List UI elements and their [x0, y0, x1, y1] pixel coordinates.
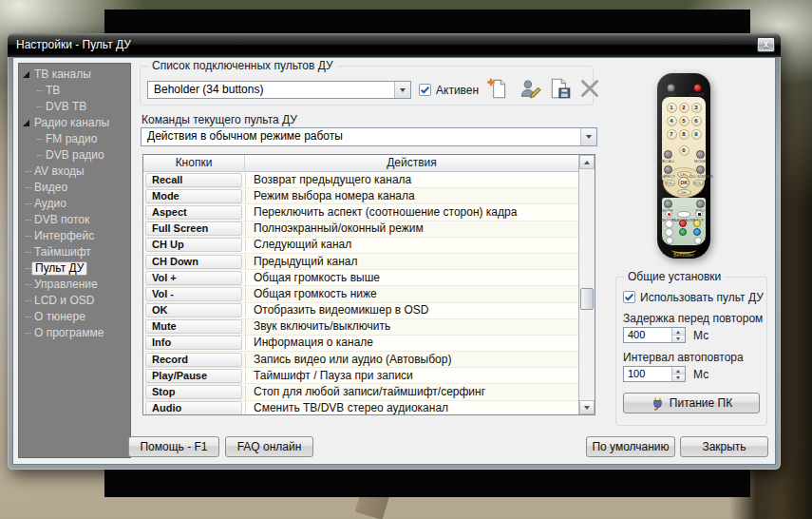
- command-button-name: Full Screen: [145, 221, 242, 236]
- remote-record-button: [665, 210, 672, 218]
- sidebar-item[interactable]: DVB радио: [18, 147, 131, 163]
- sidebar-item[interactable]: LCD и OSD: [18, 293, 131, 308]
- settings-dialog: Настройки - Пульт ДУ x ТВ каналыТВDVB ТВ…: [8, 33, 781, 470]
- delete-remote-button[interactable]: [577, 76, 602, 101]
- sidebar-item[interactable]: Аудио: [18, 196, 131, 211]
- command-action: Предыдущий канал: [245, 255, 578, 269]
- command-button-cell: CH Down: [143, 254, 245, 270]
- column-header-actions[interactable]: Действия: [245, 155, 578, 171]
- tree-expander-icon[interactable]: [23, 120, 29, 126]
- settings-tree: ТВ каналыТВDVB ТВРадио каналыFM радиоDVB…: [18, 63, 131, 458]
- tree-expander-icon[interactable]: [23, 71, 29, 78]
- sidebar-item[interactable]: Пульт ДУ: [18, 260, 131, 276]
- command-row[interactable]: ModeРежим выбора номера канала: [143, 188, 578, 204]
- sidebar-item[interactable]: ТВ: [18, 83, 131, 98]
- command-row[interactable]: StopСтоп для любой записи/таймшифт/серфи…: [143, 384, 578, 400]
- command-mode-select[interactable]: Действия в обычном режиме работы: [141, 127, 597, 146]
- command-row[interactable]: CH DownПредыдущий канал: [143, 254, 578, 270]
- scroll-up-icon[interactable]: [579, 155, 595, 169]
- sidebar-item-label: ТВ: [46, 84, 60, 97]
- command-row[interactable]: OKОтобразить видеомикшер в OSD: [143, 303, 578, 319]
- command-row[interactable]: AudioСменить ТВ/DVB стерео аудиоканал: [143, 401, 578, 414]
- sidebar-item-label: Пульт ДУ: [31, 261, 87, 276]
- command-button-cell: Play/Pause: [143, 368, 245, 384]
- command-button-name: Stop: [145, 385, 242, 399]
- remote-digit-7-button: 7: [667, 129, 677, 140]
- column-header-buttons[interactable]: Кнопки: [143, 155, 245, 171]
- defaults-button[interactable]: По умолчанию: [586, 436, 675, 457]
- repeat-delay-value[interactable]: 400: [624, 328, 671, 342]
- repeat-interval-unit: Мс: [693, 368, 708, 381]
- chevron-down-icon[interactable]: [580, 128, 596, 145]
- command-row[interactable]: InfoИнформация о канале: [143, 336, 578, 352]
- repeat-delay-spinner[interactable]: 400: [623, 327, 686, 343]
- command-button-name: Mode: [145, 189, 242, 203]
- sidebar-item[interactable]: Радио каналы: [18, 115, 131, 130]
- spin-up-icon[interactable]: [672, 367, 685, 375]
- sidebar-item-label: LCD и OSD: [34, 294, 94, 307]
- sidebar-item[interactable]: AV входы: [18, 163, 131, 179]
- scroll-down-icon[interactable]: [579, 400, 595, 414]
- chevron-down-icon[interactable]: [394, 82, 410, 98]
- command-button-cell: Mode: [143, 188, 245, 204]
- save-remote-button[interactable]: [548, 76, 573, 101]
- active-checkbox[interactable]: [419, 84, 431, 96]
- pc-power-button[interactable]: Питание ПК: [623, 393, 760, 413]
- repeat-interval-value[interactable]: 100: [624, 367, 671, 381]
- sidebar-item[interactable]: О тюнере: [18, 309, 131, 324]
- sidebar-item[interactable]: О программе: [18, 325, 131, 340]
- remote-digit-1-button: 1: [667, 103, 677, 113]
- sidebar-item[interactable]: FM радио: [18, 131, 131, 146]
- spin-down-icon[interactable]: [672, 375, 685, 381]
- learn-remote-button[interactable]: [518, 76, 542, 101]
- command-button-name: Vol +: [145, 271, 242, 285]
- sidebar-item-label: ТВ каналы: [34, 67, 91, 81]
- command-button-cell: Info: [143, 335, 245, 351]
- add-remote-button[interactable]: [485, 76, 510, 101]
- use-remote-checkbox[interactable]: [623, 291, 635, 303]
- remote-select[interactable]: Beholder (34 buttons): [147, 81, 411, 99]
- command-row[interactable]: RecordЗапись видео или аудио (Автовыбор): [143, 352, 578, 368]
- dialog-client-area: ТВ каналыТВDVB ТВРадио каналыFM радиоDVB…: [12, 57, 776, 465]
- spin-down-icon[interactable]: [672, 336, 685, 342]
- remote-digit-4-button: 4: [667, 116, 677, 126]
- sidebar-item[interactable]: Интерфейс: [18, 228, 131, 243]
- command-row[interactable]: Vol +Общая громкость выше: [143, 270, 578, 286]
- command-button-cell: Vol +: [143, 270, 245, 286]
- close-button[interactable]: x: [757, 37, 775, 52]
- sidebar-item[interactable]: DVB поток: [18, 212, 131, 227]
- table-header: Кнопки Действия: [143, 155, 578, 172]
- command-button-name: Recall: [145, 173, 242, 187]
- command-row[interactable]: RecallВозврат предыдущего канала: [143, 172, 578, 188]
- sidebar-item-label: FM радио: [46, 132, 97, 145]
- command-button-cell: Mute: [143, 318, 245, 335]
- table-scrollbar[interactable]: [578, 155, 595, 414]
- close-dialog-button[interactable]: Закрыть: [680, 436, 768, 457]
- spin-up-icon[interactable]: [672, 328, 685, 336]
- command-button-cell: Recall: [143, 172, 245, 188]
- command-button-cell: Record: [143, 352, 245, 368]
- remote-button-label: TUNE: [666, 93, 676, 97]
- dialog-titlebar[interactable]: Настройки - Пульт ДУ x: [8, 33, 781, 57]
- command-mode-value: Действия в обычном режиме работы: [142, 128, 580, 145]
- command-row[interactable]: MuteЗвук включить/выключить: [143, 319, 578, 336]
- sidebar-item[interactable]: DVB ТВ: [18, 99, 131, 114]
- command-row[interactable]: Full ScreenПолноэкранный/оконный режим: [143, 221, 578, 238]
- command-row[interactable]: Vol -Общая громкость ниже: [143, 286, 578, 302]
- command-row[interactable]: AspectПереключить аспект (соотношение ст…: [143, 204, 578, 221]
- commands-table-content: Кнопки Действия RecallВозврат предыдущег…: [143, 155, 578, 414]
- sidebar-item[interactable]: ТВ каналы: [18, 67, 131, 82]
- command-row[interactable]: CH UpСледующий канал: [143, 238, 578, 254]
- remote-mute-button: [664, 200, 672, 208]
- command-button-cell: OK: [143, 302, 245, 318]
- repeat-interval-spinner[interactable]: 100: [623, 366, 686, 382]
- sidebar-item[interactable]: Видео: [18, 180, 131, 195]
- command-row[interactable]: Play/PauseТаймшифт / Пауза при записи: [143, 368, 578, 384]
- scrollbar-thumb[interactable]: [580, 288, 594, 310]
- remote-snapshot-button: [694, 237, 702, 244]
- help-button[interactable]: Помощь - F1: [128, 436, 219, 457]
- command-action: Отобразить видеомикшер в OSD: [245, 303, 578, 317]
- sidebar-item[interactable]: Управление: [18, 277, 131, 292]
- faq-button[interactable]: FAQ онлайн: [225, 436, 313, 457]
- sidebar-item[interactable]: Таймшифт: [18, 244, 131, 260]
